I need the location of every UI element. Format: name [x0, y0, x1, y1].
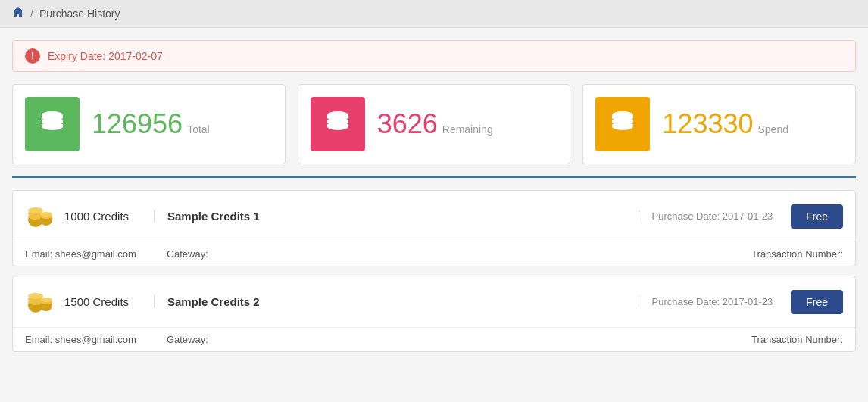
home-icon[interactable] — [12, 6, 24, 21]
svg-point-6 — [42, 123, 63, 130]
credits-name-2: Sample Credits 2 — [164, 295, 629, 308]
stat-remaining: 3626 Remaining — [298, 84, 571, 164]
stat-number-remaining: 3626 — [377, 108, 438, 140]
transaction-info-2: Transaction Number: — [751, 334, 843, 345]
svg-point-20 — [612, 123, 633, 130]
svg-point-13 — [327, 123, 348, 130]
purchase-card-2: 1500 Credits Sample Credits 2 Purchase D… — [12, 276, 856, 352]
stat-remaining-value: 3626 Remaining — [377, 108, 493, 140]
svg-point-27 — [40, 212, 52, 217]
expiry-message: Expiry Date: 2017-02-07 — [48, 50, 163, 62]
email-label-1: Email: — [25, 248, 52, 260]
section-divider — [12, 176, 856, 178]
email-info-2: Email: shees@gmail.com — [25, 334, 136, 345]
email-value-2: shees@gmail.com — [55, 334, 136, 345]
gateway-info-2: Gateway: — [167, 334, 208, 345]
transaction-label-1: Transaction Number: — [751, 248, 843, 260]
purchase-date-2: Purchase Date: 2017-01-23 — [639, 296, 773, 307]
purchase-list: 1000 Credits Sample Credits 1 Purchase D… — [12, 190, 856, 352]
svg-point-34 — [40, 298, 52, 302]
svg-point-24 — [28, 207, 43, 213]
stat-number-total: 126956 — [92, 108, 183, 140]
credits-coin-icon-2 — [25, 285, 55, 318]
svg-point-31 — [28, 293, 43, 299]
gateway-label-2: Gateway: — [167, 334, 208, 345]
breadcrumb-separator: / — [30, 8, 33, 20]
email-value-1: shees@gmail.com — [55, 248, 136, 260]
stat-icon-total — [25, 97, 80, 151]
purchase-card-1: 1000 Credits Sample Credits 1 Purchase D… — [12, 190, 856, 266]
stat-spend-value: 123330 Spend — [662, 108, 788, 140]
free-button-1[interactable]: Free — [791, 204, 843, 229]
stat-icon-spend — [595, 97, 650, 151]
stat-label-spend: Spend — [757, 123, 788, 136]
stat-label-total: Total — [187, 123, 210, 136]
stats-row: 126956 Total 3626 Remaining — [12, 84, 856, 164]
email-info-1: Email: shees@gmail.com — [25, 248, 136, 260]
breadcrumb: / Purchase History — [0, 0, 868, 28]
purchase-date-1: Purchase Date: 2017-01-23 — [639, 210, 773, 222]
email-label-2: Email: — [25, 334, 52, 345]
free-button-2[interactable]: Free — [791, 290, 843, 314]
transaction-info-1: Transaction Number: — [751, 248, 843, 260]
credits-coin-icon-1 — [25, 200, 55, 232]
gateway-label-1: Gateway: — [167, 248, 208, 260]
alert-icon: ! — [25, 48, 40, 64]
stat-icon-remaining — [311, 97, 365, 151]
transaction-label-2: Transaction Number: — [751, 334, 843, 345]
stat-number-spend: 123330 — [662, 108, 753, 140]
credits-name-1: Sample Credits 1 — [164, 210, 629, 223]
page-title: Purchase History — [39, 8, 120, 20]
gateway-info-1: Gateway: — [167, 248, 208, 260]
stat-spend: 123330 Spend — [582, 84, 856, 164]
stat-total-value: 126956 Total — [92, 108, 210, 140]
stat-label-remaining: Remaining — [442, 123, 493, 136]
credits-label-2: 1500 Credits — [64, 295, 155, 308]
expiry-alert: ! Expiry Date: 2017-02-07 — [12, 40, 856, 72]
stat-total: 126956 Total — [12, 84, 286, 164]
credits-label-1: 1000 Credits — [64, 210, 155, 223]
